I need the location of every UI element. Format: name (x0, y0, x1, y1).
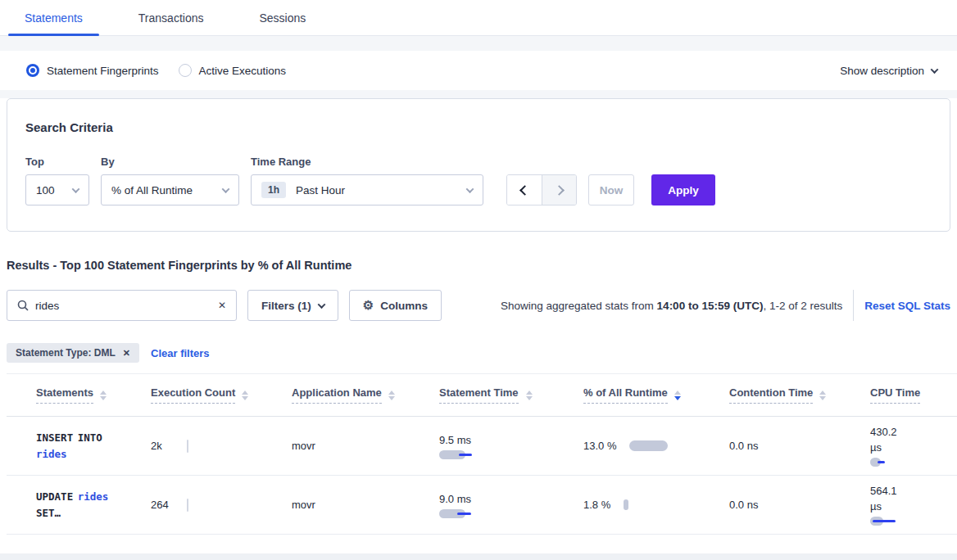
sort-icon[interactable] (674, 391, 681, 400)
table-header-row: Statements Execution Count Application N… (7, 374, 957, 417)
time-range-value: Past Hour (296, 184, 345, 196)
statement-time-bar (439, 509, 488, 519)
show-description-label: Show description (840, 65, 924, 77)
radio-selected-icon[interactable] (26, 64, 39, 77)
radio-active-executions[interactable]: Active Executions (179, 64, 287, 77)
by-label: By (101, 156, 239, 168)
chevron-left-icon (519, 185, 530, 196)
statement-link[interactable]: rides (36, 448, 67, 460)
col-header-application-name[interactable]: Application Name (262, 374, 410, 417)
tab-sessions[interactable]: Sessions (243, 0, 322, 35)
runtime-pct-bar (624, 499, 628, 510)
chevron-down-icon (931, 65, 939, 74)
cpu-time-bar (870, 517, 919, 526)
statement-fingerprint: UPDATE rides SET… (36, 489, 110, 522)
gear-icon: ⚙ (363, 298, 374, 313)
cell-statement: UPDATE rides SET… (7, 476, 121, 535)
time-nav-group (506, 174, 577, 205)
sort-icon[interactable] (526, 391, 533, 400)
top-tab-bar: Statements Transactions Sessions (0, 0, 957, 36)
table-row: UPDATE rides SET… 264 movr 9.0 ms 1.8 % … (7, 476, 957, 535)
by-select[interactable]: % of All Runtime (101, 174, 239, 205)
cell-application-name: movr (262, 476, 410, 535)
cell-contention-time: 0.0 ns (700, 417, 841, 476)
cell-application-name: movr (262, 417, 410, 476)
table-row: INSERT INTO rides 2k movr 9.5 ms 13.0 % … (7, 417, 957, 476)
by-select-value: % of All Runtime (111, 184, 193, 196)
cell-execution-count: 2k (121, 417, 262, 476)
clear-search-icon[interactable]: ✕ (218, 300, 226, 311)
cell-execution-count: 264 (121, 476, 262, 535)
sort-icon[interactable] (819, 391, 826, 400)
col-header-statements[interactable]: Statements (7, 374, 121, 417)
search-criteria-title: Search Criteria (25, 120, 932, 134)
top-select[interactable]: 100 (25, 174, 89, 205)
chevron-down-icon (317, 300, 325, 309)
time-range-label: Time Range (251, 156, 483, 168)
col-header-contention-time[interactable]: Contention Time (700, 374, 841, 417)
execution-count-bar (187, 499, 188, 512)
time-range-select[interactable]: 1h Past Hour (251, 174, 483, 205)
radio-label: Statement Fingerprints (47, 65, 159, 77)
columns-label: Columns (380, 300, 428, 312)
spacer (0, 36, 957, 51)
runtime-pct-bar (629, 440, 668, 451)
chevron-right-icon (554, 185, 565, 196)
filters-button[interactable]: Filters (1) (247, 290, 338, 321)
chevron-down-icon (72, 185, 80, 193)
filter-pill-statement-type[interactable]: Statement Type: DML ✕ (7, 343, 139, 363)
columns-button[interactable]: ⚙ Columns (349, 290, 442, 321)
active-filters-row: Statement Type: DML ✕ Clear filters (7, 343, 950, 363)
sort-icon[interactable] (388, 391, 395, 400)
results-section: Results - Top 100 Statement Fingerprints… (0, 259, 957, 363)
sort-icon[interactable] (242, 391, 248, 400)
top-label: Top (25, 156, 89, 168)
sort-icon[interactable] (100, 391, 107, 400)
prev-time-button[interactable] (507, 175, 542, 205)
statement-fingerprint: INSERT INTO rides (36, 430, 110, 463)
divider (853, 290, 854, 321)
radio-unselected-icon[interactable] (179, 64, 192, 77)
execution-count-bar (187, 440, 188, 453)
cpu-time-bar (870, 458, 919, 467)
stats-summary: Showing aggregated stats from 14:00 to 1… (501, 300, 842, 312)
results-heading: Results - Top 100 Statement Fingerprints… (7, 259, 950, 272)
search-criteria-card: Search Criteria Top 100 By % of All Runt… (7, 98, 950, 232)
next-time-button[interactable] (542, 175, 576, 205)
chevron-down-icon (222, 185, 230, 193)
cell-statement: INSERT INTO rides (7, 417, 121, 476)
spacer (0, 90, 957, 98)
radio-label: Active Executions (199, 65, 287, 77)
chevron-down-icon (466, 185, 474, 193)
reset-sql-stats-link[interactable]: Reset SQL Stats (864, 300, 950, 312)
col-header-execution-count[interactable]: Execution Count (121, 374, 262, 417)
col-header-cpu-time[interactable]: CPU Time (841, 374, 957, 417)
apply-button[interactable]: Apply (651, 174, 715, 205)
now-button[interactable]: Now (588, 174, 634, 205)
statement-link[interactable]: rides (78, 490, 109, 503)
col-header-runtime-pct[interactable]: % of All Runtime (554, 374, 700, 417)
results-controls: ✕ Filters (1) ⚙ Columns Showing aggregat… (7, 290, 950, 321)
filters-label: Filters (1) (261, 300, 311, 312)
cell-statement-time: 9.5 ms (410, 417, 554, 476)
cell-runtime-pct: 1.8 % (554, 476, 700, 535)
search-input[interactable] (35, 300, 211, 312)
show-description-toggle[interactable]: Show description (840, 65, 937, 77)
top-select-value: 100 (36, 184, 55, 196)
search-box[interactable]: ✕ (7, 290, 237, 321)
cell-cpu-time: 430.2 µs (841, 417, 957, 476)
tab-statements[interactable]: Statements (8, 0, 99, 35)
cell-cpu-time: 564.1 µs (841, 476, 957, 535)
clear-filters-link[interactable]: Clear filters (151, 347, 210, 359)
remove-filter-icon[interactable]: ✕ (123, 348, 130, 359)
radio-statement-fingerprints[interactable]: Statement Fingerprints (26, 64, 159, 77)
time-range-badge: 1h (261, 182, 286, 198)
view-mode-bar: Statement Fingerprints Active Executions… (7, 51, 957, 90)
cell-statement-time: 9.0 ms (410, 476, 554, 535)
page-bottom-strip (0, 553, 957, 560)
tab-transactions[interactable]: Transactions (122, 0, 220, 35)
cell-contention-time: 0.0 ns (700, 476, 841, 535)
col-header-statement-time[interactable]: Statement Time (410, 374, 554, 417)
cell-runtime-pct: 13.0 % (554, 417, 700, 476)
filter-pill-label: Statement Type: DML (16, 347, 116, 359)
